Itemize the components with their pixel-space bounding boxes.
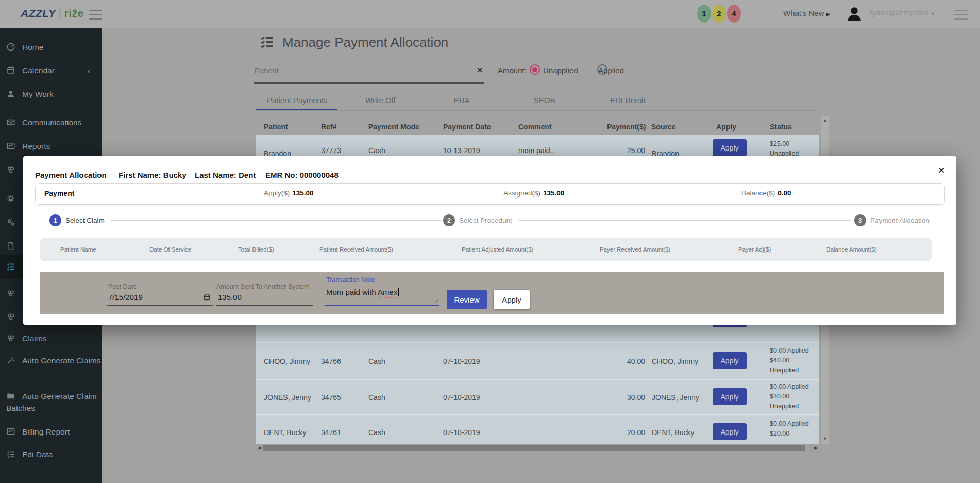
user-email-menu[interactable]: ryans@azzly.com▼ [870,9,935,17]
sidebar-item-auto-generate-claim-batches[interactable]: Auto Generate Claim Batches [0,388,107,416]
sidebar-item-calendar[interactable]: Calendar‹ [0,62,107,78]
user-avatar-icon[interactable] [845,5,864,23]
radio-applied-label[interactable]: Applied [598,66,624,75]
notification-badge-green[interactable]: 1 [697,5,711,23]
sidebar-item-home[interactable]: Home [0,39,107,55]
misspelled-word: Amex [378,288,397,296]
whats-new-link[interactable]: What's New▶ [783,9,830,18]
post-date-label: Post Date [108,283,137,290]
sidebar-item-billing-report[interactable]: Billing Report [0,424,107,440]
step-3-label: Payment Allocation [870,216,930,224]
amount-sent-input[interactable]: 135.00 [218,293,242,302]
claim-col-total-billed: Total Billed($) [238,246,274,253]
claim-table-header: Patient Name Date Of Service Total Bille… [40,238,932,261]
whats-new-arrow-icon: ▶ [826,11,831,17]
tab-edi-remit[interactable]: EDI Remit [610,96,645,105]
transaction-note-input[interactable]: Mom paid with Amex [326,288,399,296]
claim-col-patient-name: Patient Name [60,246,96,253]
amount-sent-label: Amount Sent To Another System [216,283,309,290]
calendar-icon[interactable] [203,293,211,301]
calendar-icon [6,65,15,75]
wand-icon [6,356,15,365]
scroll-right-icon[interactable]: ▶ [814,445,818,451]
claim-col-payer-adj: Payer Adj($) [738,246,771,253]
page-title-checklist-icon [259,34,275,52]
patient-search-input[interactable]: Patient [255,66,279,75]
notification-badge-red[interactable]: 4 [727,5,741,23]
tab-seob[interactable]: SEOB [534,96,555,105]
amount-sent-underline [216,305,313,306]
modal-apply-button[interactable]: Apply [494,290,530,309]
scroll-up-icon[interactable]: ▲ [821,118,829,123]
sidebar-toggle-hamburger-icon[interactable] [89,10,102,20]
sidebar-item-edi-data[interactable]: Edi Data [0,446,107,462]
step-2-label: Select Procedure [459,216,513,224]
user-email-label: ryans@azzly.com [870,9,928,17]
claim-col-payer-received: Payer Received Amount($) [600,246,670,253]
sidebar-item-label: Communications [22,118,81,127]
app-screen: AZZLY|riẑe 1 2 4 What's New▶ ryans@azzly… [0,0,980,483]
settings-hamburger-icon[interactable] [954,10,968,20]
col-header-apply: Apply [716,123,736,131]
payment-allocation-modal: Payment Allocation First Name: Bucky Las… [23,156,956,325]
sidebar-item-label: Auto Generate Claims [22,356,101,365]
apply-button[interactable]: Apply [713,388,747,405]
textarea-resize-grip-icon[interactable] [433,298,438,303]
review-button[interactable]: Review [447,290,487,309]
col-header-status: Status [770,123,792,131]
envelope-icon [6,118,15,127]
sidebar-item-auto-generate-claims[interactable]: Auto Generate Claims [0,353,107,369]
sidebar-item-reports[interactable]: Reports [0,138,107,154]
sidebar-item-label: Billing Report [22,427,70,436]
cell-patient: JONES, Jenny [264,393,311,402]
col-header-payment: Payment($) [607,123,646,131]
tab-era[interactable]: ERA [454,96,470,105]
apply-button[interactable]: Apply [713,139,747,156]
top-bar: AZZLY|riẑe 1 2 4 What's New▶ ryans@azzly… [0,0,980,28]
claim-col-date-of-service: Date Of Service [149,246,191,253]
scroll-down-icon[interactable]: ▼ [821,436,829,441]
search-underline [254,82,484,84]
sidebar-item-my-work[interactable]: My Work [0,86,107,102]
logo-divider: | [59,7,62,19]
modal-close-icon[interactable]: ✕ [938,165,945,175]
sidebar-item-claims[interactable]: Claims [0,330,107,346]
cell-ref: 37773 [321,146,341,155]
notification-badge-yellow[interactable]: 2 [712,5,726,23]
post-date-input[interactable]: 7/15/2019 [108,293,143,302]
col-header-ref: Ref# [321,123,336,131]
chart-icon [6,141,15,151]
cell-date: 07-10-2019 [443,357,480,365]
col-header-payment-mode: Payment Mode [368,123,419,131]
cell-ref: 34766 [321,357,341,365]
folder-icon [6,391,15,401]
modal-first-name: First Name: Bucky [119,171,187,179]
sidebar-item-communications[interactable]: Communications [0,114,107,130]
cell-mode: Cash [368,393,385,402]
apply-button[interactable]: Apply [713,352,747,369]
apply-button[interactable]: Apply [713,423,747,440]
search-clear-icon[interactable]: ✕ [477,65,483,75]
radio-unapplied[interactable] [530,64,540,75]
modal-title: Payment Allocation [35,171,107,179]
cell-source: JONES, Jenny [652,393,699,402]
horizontal-scroll-thumb[interactable] [263,445,805,451]
col-header-payment-date: Payment Date [443,123,491,131]
cell-mode: Cash [368,357,385,365]
gears-icon [6,218,15,227]
scroll-left-icon[interactable]: ◀ [258,445,261,451]
coins-icon [6,289,15,298]
radio-unapplied-label[interactable]: Unapplied [543,66,578,75]
user-icon [6,89,15,98]
allocation-form-strip: Post Date 7/15/2019 Amount Sent To Anoth… [40,272,944,314]
table-row: JONES, Jenny 34765 Cash 07-10-2019 30.00… [256,379,819,414]
cell-status: $0.00 Applied $30.00 Unapplied [770,382,809,411]
checklist-icon [6,262,15,271]
coins-icon [6,165,15,174]
tab-write-off[interactable]: Write Off [365,96,396,105]
horizontal-scrollbar[interactable]: ◀ ▶ [256,444,819,452]
tab-patient-payments[interactable]: Patient Payments [267,96,328,105]
apply-amount: Apply($)135.00 [264,189,314,197]
step-connector [519,220,851,221]
post-date-underline [107,305,213,306]
